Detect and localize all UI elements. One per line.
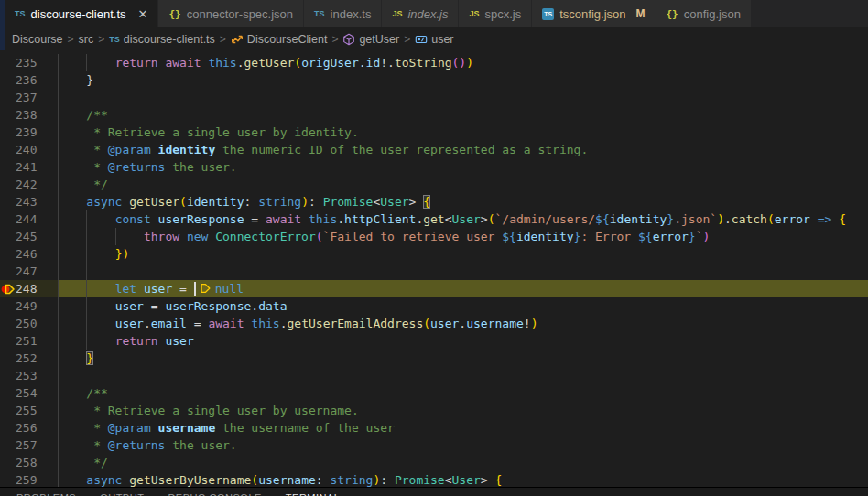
editor-gutter[interactable]: 248 <box>0 280 58 297</box>
line-number[interactable]: 250 <box>16 315 36 332</box>
code-line-text[interactable]: * @returns the user. <box>58 158 868 176</box>
panel-tab-problems[interactable]: PROBLEMS <box>5 488 88 496</box>
editor-gutter[interactable]: 242 <box>0 176 58 193</box>
code-line-text[interactable]: /** <box>58 384 868 402</box>
editor-gutter[interactable]: 258 <box>0 454 58 471</box>
panel-tab-output[interactable]: OUTPUT <box>88 488 156 496</box>
close-icon[interactable]: ✕ <box>138 8 148 20</box>
code-line-text[interactable]: * @returns the user. <box>58 437 868 454</box>
line-number[interactable]: 238 <box>16 106 36 124</box>
breadcrumb-item-getuser[interactable]: getUser <box>342 33 399 46</box>
editor-gutter[interactable]: 256 <box>0 419 58 437</box>
breadcrumb-item-discourse[interactable]: Discourse <box>12 33 63 46</box>
code-line[interactable]: 236 } <box>0 71 868 89</box>
code-line-text[interactable]: } <box>58 71 868 89</box>
line-number[interactable]: 256 <box>16 419 36 437</box>
editor-gutter[interactable]: 253 <box>0 367 58 384</box>
code-line-text[interactable]: return await this.getUser(origUser.id!.t… <box>58 54 868 71</box>
code-line-text[interactable]: */ <box>58 176 868 193</box>
tab-spcx-js[interactable]: JSspcx.js <box>459 0 532 27</box>
line-number[interactable]: 246 <box>16 245 36 263</box>
line-number[interactable]: 249 <box>16 297 36 315</box>
line-number[interactable]: 248 <box>16 280 36 297</box>
line-number[interactable]: 258 <box>16 454 36 471</box>
breadcrumb-item-user[interactable]: user <box>415 33 453 46</box>
code-line[interactable]: 246 }) <box>0 245 868 263</box>
breadcrumb-item-discourseclient[interactable]: DiscourseClient <box>231 33 328 46</box>
editor-gutter[interactable]: 243 <box>0 193 58 210</box>
line-number[interactable]: 239 <box>16 124 36 141</box>
line-number[interactable]: 255 <box>16 402 36 419</box>
code-line[interactable]: 237 <box>0 89 868 106</box>
editor-gutter[interactable]: 246 <box>0 245 58 263</box>
panel-tab-debug-console[interactable]: DEBUG CONSOLE <box>156 488 273 496</box>
code-line[interactable]: 257 * @returns the user. <box>0 437 868 454</box>
code-line[interactable]: 242 */ <box>0 176 868 193</box>
code-line-text[interactable]: user = userResponse.data <box>58 297 868 315</box>
breadcrumb-item-discourse-client-ts[interactable]: TSdiscourse-client.ts <box>109 33 215 46</box>
code-line-text[interactable]: /** <box>58 106 868 124</box>
editor-gutter[interactable]: 250 <box>0 315 58 332</box>
editor-gutter[interactable]: 236 <box>0 71 58 89</box>
code-line-text[interactable] <box>58 263 868 280</box>
code-line[interactable]: 255 * Retrieve a single user by username… <box>0 402 868 419</box>
line-number[interactable]: 236 <box>16 71 36 89</box>
code-line-text[interactable]: let user = null <box>58 280 868 297</box>
editor-gutter[interactable]: 245 <box>0 228 58 245</box>
code-editor[interactable]: 235 return await this.getUser(origUser.i… <box>0 50 868 487</box>
editor-gutter[interactable]: 241 <box>0 158 58 176</box>
code-line-text[interactable] <box>58 89 868 106</box>
line-number[interactable]: 257 <box>16 437 36 454</box>
code-line-text[interactable]: */ <box>58 454 868 471</box>
code-line-text[interactable]: async getUser(identity: string): Promise… <box>58 193 868 210</box>
editor-gutter[interactable]: 255 <box>0 402 58 419</box>
line-number[interactable]: 247 <box>16 263 36 280</box>
line-number[interactable]: 245 <box>16 228 36 245</box>
code-line-text[interactable]: * Retrieve a single user by identity. <box>58 124 868 141</box>
line-number[interactable]: 252 <box>16 350 36 367</box>
code-line[interactable]: 244 const userResponse = await this.http… <box>0 210 868 228</box>
tab-connector-spec-json[interactable]: {}connector-spec.json <box>158 0 304 27</box>
code-line[interactable]: 251 return user <box>0 332 868 350</box>
code-line[interactable]: 247 <box>0 263 868 280</box>
code-line[interactable]: 253 <box>0 367 868 384</box>
line-number[interactable]: 243 <box>16 193 36 210</box>
code-line[interactable]: 241 * @returns the user. <box>0 158 868 176</box>
line-number[interactable]: 253 <box>16 367 36 384</box>
code-line[interactable]: 258 */ <box>0 454 868 471</box>
code-line-text[interactable]: const userResponse = await this.httpClie… <box>58 210 868 228</box>
line-number[interactable]: 251 <box>16 332 36 350</box>
code-line[interactable]: 238 /** <box>0 106 868 124</box>
editor-gutter[interactable]: 249 <box>0 297 58 315</box>
line-number[interactable]: 240 <box>16 141 36 158</box>
editor-gutter[interactable]: 238 <box>0 106 58 124</box>
editor-gutter[interactable]: 252 <box>0 350 58 367</box>
tab-discourse-client-ts[interactable]: TSdiscourse-client.ts✕ <box>5 0 158 27</box>
code-line-text[interactable]: } <box>58 350 868 367</box>
code-line[interactable]: 259 async getUserByUsername(username: st… <box>0 471 868 487</box>
editor-gutter[interactable]: 237 <box>0 89 58 106</box>
tab-tsconfig-json[interactable]: TStsconfig.jsonM <box>532 0 656 27</box>
code-line[interactable]: 249 user = userResponse.data <box>0 297 868 315</box>
breakpoint-debug-arrow-icon[interactable] <box>0 280 16 297</box>
editor-gutter[interactable]: 254 <box>0 384 58 402</box>
code-line-text[interactable]: user.email = await this.getUserEmailAddr… <box>58 315 868 332</box>
editor-gutter[interactable]: 259 <box>0 471 58 487</box>
line-number[interactable]: 242 <box>16 176 36 193</box>
editor-gutter[interactable]: 257 <box>0 437 58 454</box>
code-line[interactable]: 239 * Retrieve a single user by identity… <box>0 124 868 141</box>
panel-tab-terminal[interactable]: TERMINAL <box>274 488 353 496</box>
line-number[interactable]: 235 <box>16 54 36 71</box>
tab-config-json[interactable]: {}config.json <box>656 0 752 27</box>
breadcrumb-item-src[interactable]: src <box>79 33 94 46</box>
editor-gutter[interactable]: 240 <box>0 141 58 158</box>
line-number[interactable]: 254 <box>16 384 36 402</box>
editor-gutter[interactable]: 235 <box>0 54 58 71</box>
code-line-text[interactable]: }) <box>58 245 868 263</box>
code-line[interactable]: 240 * @param identity the numeric ID of … <box>0 141 868 158</box>
code-line-text[interactable]: return user <box>58 332 868 350</box>
code-line-text[interactable]: * Retrieve a single user by username. <box>58 402 868 419</box>
tab-index-ts[interactable]: TSindex.ts <box>304 0 382 27</box>
code-line-text[interactable]: throw new ConnectorError(`Failed to retr… <box>58 228 868 245</box>
line-number[interactable]: 244 <box>16 210 36 228</box>
